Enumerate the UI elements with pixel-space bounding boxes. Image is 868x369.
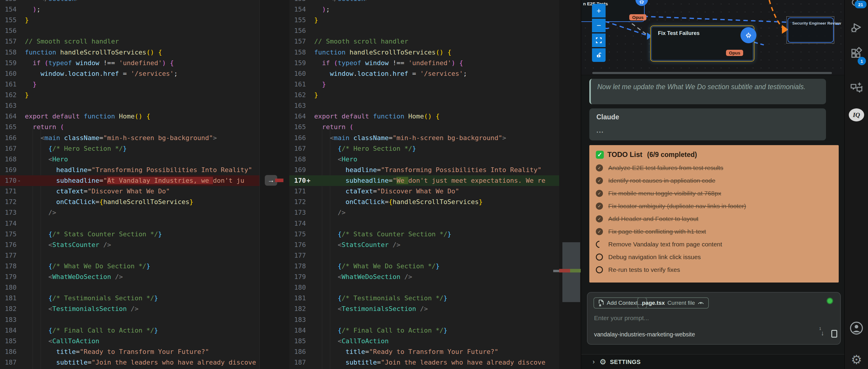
canvas-zoom-out-button[interactable]: − — [592, 19, 606, 32]
code-line[interactable]: 186 title="Ready to Transform Your Futur… — [289, 346, 559, 357]
code-line[interactable]: 158function handleScrollToServices() { — [0, 47, 259, 58]
code-line[interactable]: 174 — [289, 218, 559, 229]
code-line[interactable]: 166 <main className="min-h-screen bg-bac… — [0, 133, 259, 143]
code-line[interactable]: 171 ctaText="Discover What We Do" — [0, 186, 259, 197]
code-line[interactable]: 170+ subheadline="We don't just meet exp… — [289, 175, 559, 186]
code-line[interactable]: 162} — [289, 90, 559, 101]
agent-workflow-canvas[interactable]: n E2E Tests Opus + − Fix Test Failures O… — [581, 0, 845, 75]
code-line[interactable]: 157// Smooth scroll handler — [0, 36, 259, 47]
todo-item[interactable]: Remove Vandalay text from page content — [596, 240, 722, 249]
code-line[interactable]: 182 <TestimonialsSection /> — [289, 304, 559, 314]
code-line[interactable]: 167 {/* Hero Section */} — [289, 143, 559, 154]
code-line[interactable]: 164export default function Home() { — [289, 111, 559, 122]
code-line[interactable]: 155} — [289, 15, 559, 26]
code-line[interactable]: 180 — [0, 282, 259, 293]
code-line[interactable]: 154 ); — [0, 4, 259, 15]
code-line[interactable]: 160 window.location.href = '/services'; — [289, 68, 559, 79]
node-run-e2e-tests[interactable]: n E2E Tests Opus — [581, 0, 645, 22]
code-line[interactable]: 185 <CallToAction — [0, 336, 259, 346]
diff-editor-original[interactable]: 153 </section>154 );155}156157// Smooth … — [0, 0, 260, 369]
code-line[interactable]: 157// Smooth scroll handler — [289, 36, 559, 47]
code-line[interactable]: 179 <WhatWeDoSection /> — [0, 272, 259, 282]
code-line[interactable]: 166 <main className="min-h-screen bg-bac… — [289, 133, 559, 143]
code-line[interactable]: 169 headline="Transforming Possibilities… — [289, 165, 559, 175]
node-security-engineer-review[interactable]: Security Engineer Review — [787, 18, 834, 42]
code-line[interactable]: 167 {/* Hero Section */} — [0, 143, 259, 154]
code-line[interactable]: 159 if (typeof window !== 'undefined') { — [289, 58, 559, 68]
todo-item[interactable]: ✓Fix mobile menu toggle visibility at 76… — [596, 189, 721, 198]
code-line[interactable]: 178 {/* What We Do Section */} — [289, 261, 559, 272]
code-line[interactable]: 163 — [0, 101, 259, 111]
code-line[interactable]: 163 — [289, 101, 559, 111]
code-line[interactable]: 186 title="Ready to Transform Your Futur… — [0, 346, 259, 357]
code-line[interactable]: 155} — [0, 15, 259, 26]
queue-download-icon[interactable]: 1↓ — [819, 329, 824, 337]
code-line[interactable]: 175 {/* Stats Counter Section */} — [289, 229, 559, 239]
iq-logo-icon[interactable]: IQ — [845, 108, 868, 121]
prompt-placeholder[interactable]: Enter your prompt... — [594, 314, 649, 322]
code-line[interactable]: 170- subheadline="At Vandalay Industries… — [0, 175, 259, 186]
todo-item[interactable]: Re-run tests to verify fixes — [596, 265, 680, 274]
code-line[interactable]: 182 <TestimonialsSection /> — [0, 304, 259, 314]
code-line[interactable]: 184 {/* Final Call to Action */} — [0, 325, 259, 336]
code-line[interactable]: 164export default function Home() { — [0, 111, 259, 122]
todo-item[interactable]: ✓Fix locator ambiguity (duplicate nav li… — [596, 202, 746, 210]
overview-ruler-strip[interactable] — [559, 0, 581, 369]
todo-item[interactable]: ✓Identify root causes in application cod… — [596, 176, 715, 185]
code-line[interactable]: 162} — [0, 90, 259, 101]
code-line[interactable]: 179 <WhatWeDoSection /> — [289, 272, 559, 282]
eye-icon[interactable] — [698, 301, 704, 305]
code-line[interactable]: 172 onCtaClick={handleScrollToServices} — [289, 197, 559, 207]
code-line[interactable]: 172 onCtaClick={handleScrollToServices} — [0, 197, 259, 207]
code-line[interactable]: 161 } — [289, 79, 559, 90]
code-line[interactable]: 187 subtitle="Join the leaders who have … — [0, 357, 259, 368]
code-line[interactable]: 154 ); — [289, 4, 559, 15]
code-line[interactable]: 176 <StatsCounter /> — [0, 239, 259, 250]
code-line[interactable]: 168 <Hero — [289, 154, 559, 165]
code-line[interactable]: 153 </section> — [289, 0, 559, 4]
code-line[interactable]: 183 — [0, 314, 259, 325]
settings-gear-icon[interactable]: ⚙ — [845, 352, 868, 367]
todo-item[interactable]: ✓Analyze E2E test failures from test res… — [596, 164, 723, 172]
agent-robot-icon[interactable] — [741, 27, 756, 43]
code-line[interactable]: 177 — [0, 250, 259, 261]
todo-item[interactable]: ✓Add Header and Footer to layout — [596, 215, 699, 223]
code-line[interactable]: 177 — [289, 250, 559, 261]
run-and-debug-icon[interactable] — [845, 20, 868, 34]
code-line[interactable]: 165 return ( — [0, 122, 259, 132]
code-line[interactable]: 173 /> — [289, 207, 559, 218]
todo-item[interactable]: ✓Fix page title conflicting with h1 text — [596, 227, 706, 236]
code-line[interactable]: 171 ctaText="Discover What We Do" — [289, 186, 559, 197]
code-line[interactable]: 175 {/* Stats Counter Section */} — [0, 229, 259, 239]
code-line[interactable]: 187 subtitle="Join the leaders who have … — [289, 357, 559, 368]
code-line[interactable]: 181 {/* Testimonials Section */} — [0, 293, 259, 304]
canvas-lock-button[interactable] — [592, 48, 606, 62]
code-line[interactable]: 173 /> — [0, 207, 259, 218]
prompt-input-container[interactable]: Add Context... page.tsx Current file Ent… — [587, 292, 841, 345]
code-line[interactable]: 153 </section> — [0, 0, 259, 4]
chevron-right-icon[interactable]: › — [593, 358, 595, 366]
code-line[interactable]: 184 {/* Final Call to Action */} — [289, 325, 559, 336]
code-line[interactable]: 176 <StatsCounter /> — [289, 239, 559, 250]
code-line[interactable]: 183 — [289, 314, 559, 325]
todo-item[interactable]: Debug navigation link click issues — [596, 253, 701, 261]
profile-icon[interactable] — [845, 321, 868, 335]
code-line[interactable]: 156 — [0, 26, 259, 36]
settings-section-header[interactable]: › ⚙ SETTINGS — [581, 354, 845, 369]
current-file-chip[interactable]: page.tsx Current file — [637, 297, 709, 309]
code-line[interactable]: 161 } — [0, 79, 259, 90]
ai-chat-icon[interactable] — [845, 81, 868, 95]
code-line[interactable]: 178 {/* What We Do Section */} — [0, 261, 259, 272]
code-line[interactable]: 180 — [289, 282, 559, 293]
code-line[interactable]: 165 return ( — [289, 122, 559, 132]
node-fix-test-failures[interactable]: Fix Test Failures Opus — [650, 26, 754, 62]
code-line[interactable]: 160 window.location.href = '/services'; — [0, 68, 259, 79]
diff-editor-modified[interactable]: 153 </section>154 );155}156157// Smooth … — [289, 0, 559, 369]
code-line[interactable]: 159 if (typeof window !== 'undefined') { — [0, 58, 259, 68]
canvas-fit-view-button[interactable] — [592, 33, 606, 47]
canvas-zoom-in-button[interactable]: + — [592, 4, 606, 18]
stop-button[interactable] — [831, 330, 837, 338]
code-line[interactable]: 181 {/* Testimonials Section */} — [289, 293, 559, 304]
code-line[interactable]: 156 — [289, 26, 559, 36]
code-line[interactable]: 168 <Hero — [0, 154, 259, 165]
